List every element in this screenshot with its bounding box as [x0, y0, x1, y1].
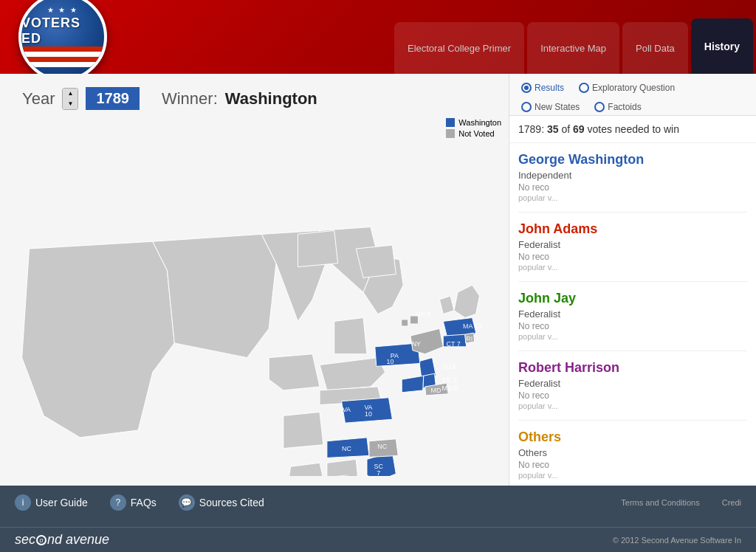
- candidate-adams-name: John Adams: [518, 221, 747, 237]
- logo-circle: ★ ★ ★ VOTERS ED ™: [18, 0, 107, 81]
- legend-blue-square: [446, 118, 455, 127]
- terms-link[interactable]: Terms and Conditions: [621, 498, 699, 507]
- second-avenue-logo: second avenue: [15, 532, 109, 548]
- tab-results[interactable]: Results: [515, 80, 570, 96]
- footer-user-guide[interactable]: i User Guide: [15, 494, 88, 511]
- year-down-button[interactable]: ▼: [63, 99, 78, 109]
- radio-exploratory: [579, 83, 589, 93]
- candidate-jay-record: No reco popular v...: [518, 321, 747, 342]
- candidate-washington-name: George Washington: [518, 152, 747, 168]
- svg-rect-23: [410, 317, 418, 324]
- votes-needed: 1789: 35 of 69 votes needed to win: [509, 116, 756, 143]
- year-label: Year: [22, 89, 55, 108]
- votes-total: 69: [573, 123, 585, 135]
- right-panel: Results Exploratory Question New States …: [509, 74, 756, 486]
- candidate-harrison-record: No reco popular v...: [518, 390, 747, 411]
- question-icon: ?: [110, 494, 126, 511]
- candidate-adams-record: No reco popular v...: [518, 252, 747, 272]
- radio-factoids: [594, 102, 605, 112]
- footer-bottom: second avenue © 2012 Second Avenue Softw…: [0, 527, 756, 552]
- tab-factoids[interactable]: Factoids: [588, 99, 647, 115]
- map-panel: Year ▲ ▼ 1789 Winner: Washington: [0, 74, 509, 486]
- candidates-list: George Washington Independent No reco po…: [509, 143, 756, 486]
- candidate-jay-name: John Jay: [518, 291, 747, 306]
- copyright-text: © 2012 Second Avenue Software In: [613, 536, 741, 545]
- year-up-button[interactable]: ▲: [63, 89, 78, 99]
- us-map: NH 5 MA 10 RI CT 7 NY PA 10 NJ 6 DE 3 MD…: [7, 116, 501, 476]
- footer-faqs[interactable]: ? FAQs: [110, 494, 157, 511]
- legend-gray-square: [446, 129, 455, 138]
- votes-year: 1789:: [518, 123, 544, 135]
- tab-interactive-map[interactable]: Interactive Map: [527, 22, 619, 74]
- results-tabs: Results Exploratory Question New States …: [509, 74, 756, 116]
- tab-electoral[interactable]: Electoral College Primer: [394, 22, 524, 74]
- svg-rect-1: [402, 320, 408, 325]
- footer-sources[interactable]: 💬 Sources Cited: [179, 494, 264, 511]
- winner-label: Winner:: [162, 89, 218, 108]
- candidate-harrison-party: Federalist: [518, 378, 747, 389]
- year-spinner[interactable]: ▲ ▼: [62, 88, 78, 110]
- candidate-adams-party: Federalist: [518, 239, 747, 250]
- year-value: 1789: [86, 87, 140, 110]
- votes-of: of: [561, 123, 570, 135]
- info-icon: i: [15, 494, 31, 511]
- candidate-others-record: No reco popular v...: [518, 460, 747, 480]
- footer-nav: i User Guide ? FAQs 💬 Sources Cited Term…: [0, 486, 756, 520]
- nav-tabs: Electoral College Primer Interactive Map…: [126, 0, 756, 74]
- candidate-jay: John Jay Federalist No reco popular v...: [518, 282, 747, 351]
- candidate-adams: John Adams Federalist No reco popular v.…: [518, 213, 747, 282]
- votes-current: 35: [547, 123, 559, 135]
- map-legend: Washington Not Voted: [446, 118, 501, 138]
- candidate-others-party: Others: [518, 447, 747, 458]
- radio-new-states: [521, 102, 532, 112]
- main-content: Year ▲ ▼ 1789 Winner: Washington: [0, 74, 756, 486]
- candidate-washington: George Washington Independent No reco po…: [518, 143, 747, 213]
- legend-washington: Washington: [446, 118, 501, 127]
- svg-text:DE 3: DE 3: [442, 376, 457, 384]
- header: ★ ★ ★ VOTERS ED ™ Electoral College Prim…: [0, 0, 756, 74]
- svg-text:NJ 6: NJ 6: [443, 363, 456, 370]
- tab-new-states[interactable]: New States: [515, 99, 585, 115]
- credits-link[interactable]: Credi: [722, 498, 741, 507]
- logo-stars: ★ ★ ★: [47, 6, 79, 14]
- candidate-jay-party: Federalist: [518, 308, 747, 320]
- winner-name: Washington: [225, 89, 317, 108]
- candidate-harrison-name: Robert Harrison: [518, 360, 747, 376]
- year-bar: Year ▲ ▼ 1789 Winner: Washington: [7, 81, 501, 116]
- legend-not-voted: Not Voted: [446, 129, 501, 138]
- tab-history[interactable]: History: [691, 18, 753, 74]
- candidate-washington-record: No reco popular v...: [518, 182, 747, 203]
- candidate-harrison: Robert Harrison Federalist No reco popul…: [518, 351, 747, 421]
- logo-stripes: [21, 46, 104, 69]
- candidate-others-name: Others: [518, 429, 747, 445]
- chat-icon: 💬: [179, 494, 195, 511]
- candidate-others: Others Others No reco popular v...: [518, 421, 747, 486]
- radio-results: [521, 83, 532, 93]
- footer: i User Guide ? FAQs 💬 Sources Cited Term…: [0, 486, 756, 552]
- tab-poll-data[interactable]: Poll Data: [622, 22, 688, 74]
- logo-area: ★ ★ ★ VOTERS ED ™: [0, 0, 126, 74]
- tab-exploratory[interactable]: Exploratory Question: [573, 80, 681, 96]
- logo-text: VOTERS ED: [21, 15, 104, 46]
- votes-suffix: votes needed to win: [587, 123, 679, 135]
- candidate-washington-party: Independent: [518, 170, 747, 181]
- logo-tm: ™: [91, 4, 97, 11]
